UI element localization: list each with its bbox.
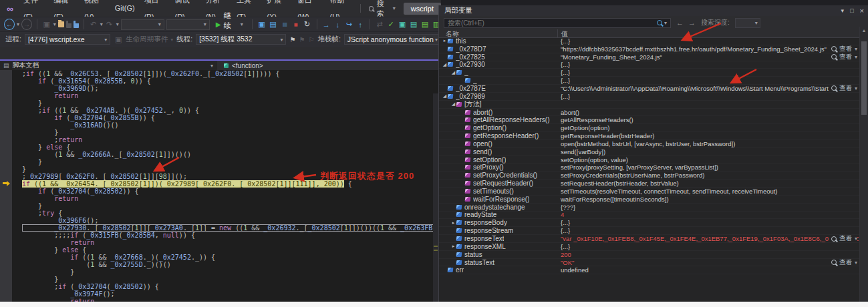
parallel-watch-icon[interactable]: ▣ <box>398 19 407 30</box>
code-line[interactable]: _0x3974F(); <box>22 290 438 298</box>
code-line[interactable]: return <box>22 195 438 202</box>
navigate-forward-icon[interactable]: → <box>688 19 696 27</box>
back-icon[interactable]: ← <box>4 19 15 30</box>
open-folder-icon[interactable] <box>58 21 64 27</box>
expander-expanded-icon[interactable]: ◢ <box>442 62 448 67</box>
flag-dim-icon[interactable]: ⚑ <box>299 36 305 43</box>
variable-row[interactable]: setRequestHeader()setRequestHeader(bstrH… <box>439 180 868 188</box>
flag-icon[interactable]: ⚑ <box>289 36 295 43</box>
code-line[interactable]: } <box>22 276 438 283</box>
variable-row[interactable]: _{...} <box>439 77 868 85</box>
back-caret[interactable]: ▾ <box>17 21 19 27</box>
variable-row[interactable]: getResponseHeader()getResponseHeader(bst… <box>439 132 868 140</box>
undo-caret[interactable]: ▾ <box>100 21 103 27</box>
variable-row[interactable]: responseStream{...} <box>439 227 868 235</box>
code-line[interactable]: return <box>22 92 438 99</box>
platform-combobox[interactable]: ▾ <box>166 19 210 30</box>
variable-row[interactable]: ◢_0x27930{...} <box>439 61 868 69</box>
code-line[interactable]: if (_0x31654(_0x2855B, 0)) { <box>22 77 438 85</box>
thread-combobox[interactable]: [3532] 线程 3532 ▾ <box>196 34 286 45</box>
diagnostic-tools-icon[interactable]: ▤ <box>269 19 278 30</box>
configuration-combobox[interactable]: ▾ <box>121 19 164 30</box>
variable-row[interactable]: ▸responseXML{...} <box>439 243 868 251</box>
code-line[interactable]: } <box>22 99 438 107</box>
save-all-icon[interactable] <box>74 21 79 28</box>
view-button[interactable]: 查看▾ <box>829 45 857 53</box>
document-selector-dropdown[interactable]: ▤ 脚本文档 ▾ <box>0 61 217 70</box>
code-line[interactable]: ;try { <box>22 210 438 217</box>
view-button[interactable]: 查看▾ <box>829 53 857 61</box>
new-window-icon[interactable]: ▣ <box>42 19 51 30</box>
close-icon[interactable]: × <box>860 7 864 15</box>
undo-icon[interactable]: ↶ <box>89 19 98 30</box>
code-line[interactable]: } <box>22 158 438 166</box>
expander-expanded-icon[interactable]: ◢ <box>450 70 456 75</box>
navigate-back-icon[interactable]: ← <box>676 19 684 27</box>
variable-row[interactable]: onreadystatechange{???} <box>439 204 868 212</box>
restart-icon[interactable]: ↻ <box>303 19 312 30</box>
code-line[interactable]: if ((1 && _0x27668._)(_0x27452._)) { <box>22 254 438 261</box>
lifecycle-events-dropdown[interactable]: ▣ 生命周期事件 ▾ <box>114 34 173 45</box>
continue-button[interactable]: ▶继续(C)▾ <box>212 19 247 31</box>
code-line[interactable]: _0x3969D(); <box>22 85 438 92</box>
code-line[interactable]: } else { <box>22 246 438 254</box>
hot-reload-icon[interactable]: ⇄ <box>375 19 384 30</box>
locals-search-box[interactable]: ▾ <box>444 18 671 28</box>
menu-item[interactable]: Git(G) <box>110 0 140 17</box>
variable-row[interactable]: responseText"var _0x1F10E,_0x1FEB8,_0x1F… <box>439 235 868 243</box>
code-line[interactable]: _0x27930._[_0x28502[1]][_0x273A0._[1]] =… <box>22 224 438 232</box>
code-line[interactable]: if (_0x32704(_0x28502)) { <box>22 188 438 195</box>
locals-scrollbar[interactable]: ▲ <box>859 27 868 302</box>
variable-row[interactable]: _0x27825"Monetary_Funding_Sheet_2024.js"… <box>439 53 868 61</box>
stop-debugging-icon[interactable]: ■ <box>291 19 301 30</box>
code-line[interactable]: ;if ((1 && _0x274AB._)(_0x27452._, 0)) { <box>22 107 438 114</box>
forward-icon[interactable]: → <box>21 19 32 30</box>
modules-icon[interactable]: ▤ <box>420 19 430 30</box>
variable-row[interactable]: _0x278D7"https://ddfcbb9325637bcdeff.mxt… <box>439 45 868 53</box>
apply-changes-icon[interactable]: ✓ <box>386 19 396 30</box>
break-all-icon[interactable]: ▮▮ <box>280 19 289 30</box>
code-area[interactable]: ;if ((1 && _0x26C53._[_0x28502[1]])(_0x2… <box>0 70 438 302</box>
search-input[interactable] <box>444 19 654 27</box>
variable-row[interactable]: setOption()setOption(option, value) <box>439 156 868 164</box>
redo-caret[interactable]: ▾ <box>116 21 119 27</box>
variable-row[interactable]: open()open(bstrMethod, bstrUrl, [varAsyn… <box>439 140 868 148</box>
step-out-icon[interactable]: ↑ <box>355 19 365 30</box>
maximize-icon[interactable]: □ <box>850 7 853 14</box>
code-line[interactable]: } <box>22 202 438 210</box>
expander-collapsed-icon[interactable]: ▸ <box>450 220 456 226</box>
name-column-header[interactable]: 名称 <box>439 29 557 37</box>
search-depth-combobox[interactable]: ▾ <box>735 18 760 28</box>
variable-row[interactable]: status200 <box>439 251 868 259</box>
scrollbar-thumb[interactable] <box>861 41 867 115</box>
code-line[interactable]: ;return <box>22 136 438 143</box>
code-line[interactable]: _0x396F6(); <box>22 217 438 224</box>
variable-row[interactable]: getOption()getOption(option) <box>439 124 868 132</box>
variable-row[interactable]: ▸this{...} <box>439 37 868 45</box>
locals-panel-title-bar[interactable]: 局部变量 ▾ □ × <box>439 5 868 16</box>
window-position-icon[interactable]: ▾ <box>841 7 845 14</box>
variable-row[interactable]: ▸responseBody{...} <box>439 219 868 227</box>
code-line[interactable]: } <box>22 129 438 136</box>
view-button[interactable]: 查看▾ <box>829 235 857 242</box>
code-line[interactable]: if (_0x32704(_0x2855B)) { <box>22 114 438 121</box>
active-document-badge[interactable]: wscript <box>404 3 441 15</box>
process-combobox[interactable]: [4776] wscript.exe ▾ <box>25 34 110 45</box>
redo-icon[interactable]: ↷ <box>105 19 114 30</box>
variable-row[interactable]: _0x2787E"C:\\Users\\Administrator\\AppDa… <box>439 85 868 93</box>
view-button[interactable]: 查看▾ <box>829 85 857 92</box>
breakpoint-gutter[interactable] <box>0 70 12 302</box>
member-selector-dropdown[interactable]: <function> <box>217 61 438 70</box>
code-text[interactable]: ;if ((1 && _0x26C53._[_0x28502[1]])(_0x2… <box>12 70 438 302</box>
variable-row[interactable]: waitForResponse()waitForResponse([timeou… <box>439 196 868 204</box>
flag-outline-icon[interactable]: ⚐ <box>308 36 314 43</box>
variable-row[interactable]: ◢[方法] <box>439 101 868 109</box>
stack-frame-combobox[interactable]: JScript anonymous function ▾ <box>344 34 441 45</box>
breakpoints-window-icon[interactable]: ▣ <box>257 19 267 30</box>
variable-row[interactable]: setProxyCredentials()setProxyCredentials… <box>439 172 868 180</box>
variable-row[interactable]: errundefined <box>439 266 868 274</box>
variable-row[interactable]: readyState4 <box>439 212 868 220</box>
variable-row[interactable]: abort()abort() <box>439 109 868 117</box>
variable-row[interactable]: send()send([varBody]) <box>439 148 868 156</box>
code-line[interactable]: (1 && _0x2755D._)()() <box>22 261 438 268</box>
